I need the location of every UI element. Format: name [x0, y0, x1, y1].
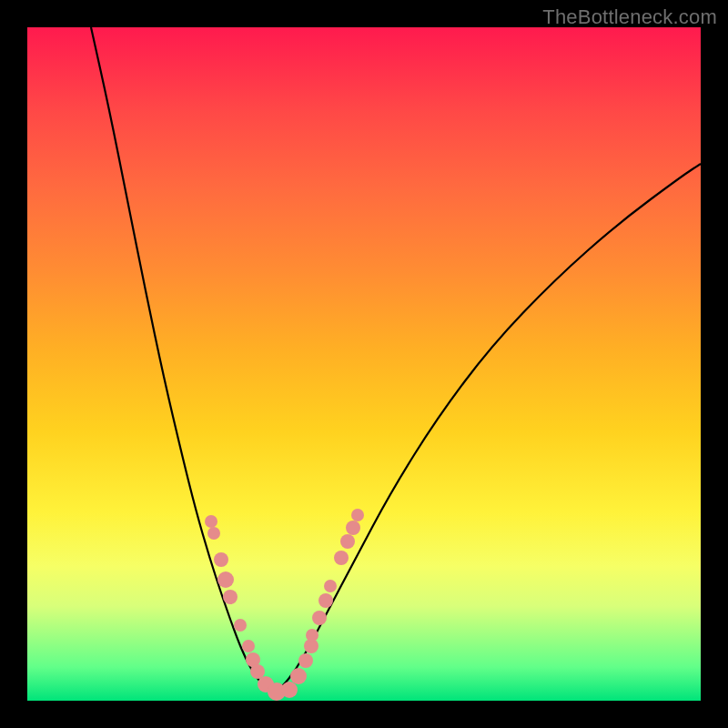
highlight-dot — [334, 551, 349, 565]
plot-area — [27, 27, 701, 701]
highlight-dot — [214, 552, 228, 567]
watermark-label: TheBottleneck.com — [542, 5, 717, 29]
highlight-dot — [318, 593, 333, 608]
highlight-dot — [351, 509, 364, 521]
highlight-dot — [312, 611, 327, 625]
highlight-dot — [250, 664, 265, 679]
chart-stage: TheBottleneck.com — [0, 0, 728, 728]
highlight-dot — [346, 521, 360, 535]
highlight-dot — [324, 580, 337, 592]
highlight-dot — [340, 534, 355, 549]
curve-right — [273, 164, 701, 693]
highlight-dot — [290, 668, 307, 684]
highlight-dot — [207, 527, 220, 540]
highlight-dot — [281, 682, 298, 698]
highlight-dots-group — [205, 509, 364, 701]
highlight-dot — [306, 629, 318, 642]
highlight-dot — [298, 653, 313, 668]
highlight-dot — [223, 590, 238, 604]
curve-left — [91, 27, 273, 693]
highlight-dot — [205, 515, 217, 528]
highlight-dot — [217, 571, 234, 588]
highlight-dot — [242, 640, 255, 652]
highlight-dot — [234, 619, 247, 632]
chart-svg — [27, 27, 701, 701]
